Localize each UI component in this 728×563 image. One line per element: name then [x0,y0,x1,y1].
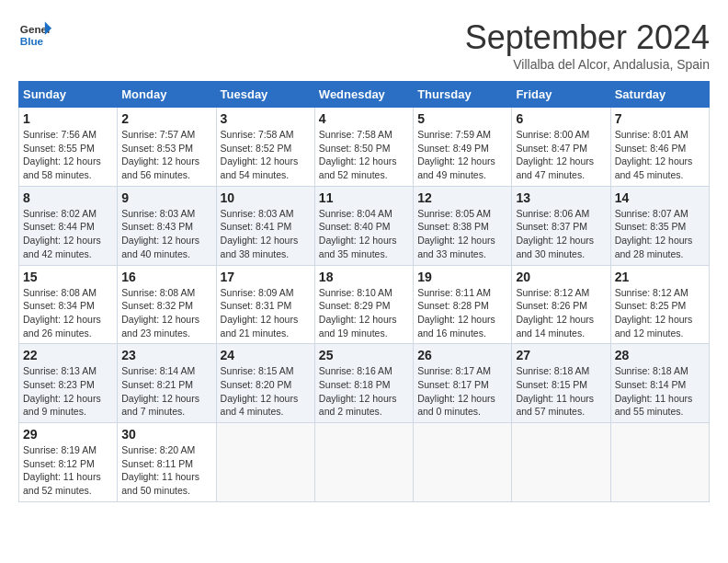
page-header: General Blue September 2024 Villalba del… [18,18,710,72]
calendar-cell: 16 Sunrise: 8:08 AMSunset: 8:32 PMDaylig… [118,265,216,344]
calendar-week-2: 8 Sunrise: 8:02 AMSunset: 8:44 PMDayligh… [19,186,710,265]
calendar-table: SundayMondayTuesdayWednesdayThursdayFrid… [18,81,710,502]
day-number: 27 [516,348,606,362]
weekday-header-thursday: Thursday [414,82,512,108]
logo: General Blue [18,18,51,52]
svg-text:Blue: Blue [20,35,44,47]
calendar-cell: 10 Sunrise: 8:03 AMSunset: 8:41 PMDaylig… [216,186,314,265]
day-number: 10 [221,190,311,205]
day-info: Sunrise: 8:18 AMSunset: 8:14 PMDaylight:… [615,365,693,417]
calendar-cell [216,423,314,502]
day-info: Sunrise: 8:14 AMSunset: 8:21 PMDaylight:… [121,365,199,417]
calendar-cell: 12 Sunrise: 8:05 AMSunset: 8:38 PMDaylig… [414,186,512,265]
calendar-cell: 19 Sunrise: 8:11 AMSunset: 8:28 PMDaylig… [414,265,512,344]
calendar-cell: 25 Sunrise: 8:16 AMSunset: 8:18 PMDaylig… [314,344,413,423]
calendar-cell: 13 Sunrise: 8:06 AMSunset: 8:37 PMDaylig… [512,186,610,265]
day-info: Sunrise: 8:10 AMSunset: 8:29 PMDaylight:… [319,287,397,339]
weekday-header-friday: Friday [512,82,610,108]
day-number: 13 [516,190,606,205]
calendar-cell: 24 Sunrise: 8:15 AMSunset: 8:20 PMDaylig… [216,344,314,423]
day-info: Sunrise: 8:01 AMSunset: 8:46 PMDaylight:… [615,129,693,180]
calendar-cell: 6 Sunrise: 8:00 AMSunset: 8:47 PMDayligh… [512,108,610,187]
day-info: Sunrise: 8:00 AMSunset: 8:47 PMDaylight:… [516,129,594,180]
day-number: 4 [319,111,409,126]
day-number: 22 [23,348,113,362]
calendar-week-5: 29 Sunrise: 8:19 AMSunset: 8:12 PMDaylig… [19,423,710,502]
day-info: Sunrise: 7:56 AMSunset: 8:55 PMDaylight:… [23,129,101,180]
day-number: 14 [615,190,705,205]
calendar-week-3: 15 Sunrise: 8:08 AMSunset: 8:34 PMDaylig… [19,265,710,344]
calendar-cell: 8 Sunrise: 8:02 AMSunset: 8:44 PMDayligh… [19,186,118,265]
calendar-cell: 2 Sunrise: 7:57 AMSunset: 8:53 PMDayligh… [118,108,216,187]
weekday-header-wednesday: Wednesday [314,82,413,108]
day-number: 29 [23,427,113,442]
day-info: Sunrise: 8:04 AMSunset: 8:40 PMDaylight:… [319,208,397,259]
day-info: Sunrise: 8:12 AMSunset: 8:26 PMDaylight:… [516,287,594,339]
location: Villalba del Alcor, Andalusia, Spain [465,57,710,72]
calendar-cell: 11 Sunrise: 8:04 AMSunset: 8:40 PMDaylig… [314,186,413,265]
day-number: 25 [319,348,409,362]
day-number: 21 [615,270,705,284]
calendar-cell: 26 Sunrise: 8:17 AMSunset: 8:17 PMDaylig… [414,344,512,423]
day-number: 9 [121,190,211,205]
day-info: Sunrise: 8:08 AMSunset: 8:34 PMDaylight:… [23,287,101,339]
day-info: Sunrise: 8:03 AMSunset: 8:41 PMDaylight:… [221,208,299,259]
calendar-cell [414,423,512,502]
day-number: 15 [23,270,113,284]
weekday-header-row: SundayMondayTuesdayWednesdayThursdayFrid… [19,82,710,108]
day-number: 11 [319,190,409,205]
day-info: Sunrise: 8:06 AMSunset: 8:37 PMDaylight:… [516,208,594,259]
calendar-cell: 9 Sunrise: 8:03 AMSunset: 8:43 PMDayligh… [118,186,216,265]
calendar-cell: 20 Sunrise: 8:12 AMSunset: 8:26 PMDaylig… [512,265,610,344]
calendar-cell: 21 Sunrise: 8:12 AMSunset: 8:25 PMDaylig… [610,265,709,344]
day-number: 28 [615,348,705,362]
calendar-cell: 29 Sunrise: 8:19 AMSunset: 8:12 PMDaylig… [19,423,118,502]
day-info: Sunrise: 8:18 AMSunset: 8:15 PMDaylight:… [516,365,594,417]
day-number: 19 [417,270,507,284]
calendar-header: SundayMondayTuesdayWednesdayThursdayFrid… [19,82,710,108]
calendar-cell: 7 Sunrise: 8:01 AMSunset: 8:46 PMDayligh… [610,108,709,187]
calendar-week-1: 1 Sunrise: 7:56 AMSunset: 8:55 PMDayligh… [19,108,710,187]
calendar-cell: 23 Sunrise: 8:14 AMSunset: 8:21 PMDaylig… [118,344,216,423]
calendar-cell: 3 Sunrise: 7:58 AMSunset: 8:52 PMDayligh… [216,108,314,187]
title-block: September 2024 Villalba del Alcor, Andal… [465,18,710,72]
day-number: 2 [121,111,211,126]
day-info: Sunrise: 8:07 AMSunset: 8:35 PMDaylight:… [615,208,693,259]
day-number: 8 [23,190,113,205]
calendar-cell: 1 Sunrise: 7:56 AMSunset: 8:55 PMDayligh… [19,108,118,187]
day-number: 6 [516,111,606,126]
calendar-cell: 22 Sunrise: 8:13 AMSunset: 8:23 PMDaylig… [19,344,118,423]
day-number: 3 [221,111,311,126]
calendar-cell: 30 Sunrise: 8:20 AMSunset: 8:11 PMDaylig… [118,423,216,502]
day-info: Sunrise: 7:58 AMSunset: 8:52 PMDaylight:… [221,129,299,180]
calendar-cell: 14 Sunrise: 8:07 AMSunset: 8:35 PMDaylig… [610,186,709,265]
day-number: 17 [221,270,311,284]
calendar-cell [512,423,610,502]
weekday-header-sunday: Sunday [19,82,118,108]
calendar-cell: 5 Sunrise: 7:59 AMSunset: 8:49 PMDayligh… [414,108,512,187]
day-number: 18 [319,270,409,284]
day-info: Sunrise: 8:11 AMSunset: 8:28 PMDaylight:… [417,287,495,339]
day-info: Sunrise: 8:12 AMSunset: 8:25 PMDaylight:… [615,287,693,339]
calendar-cell: 28 Sunrise: 8:18 AMSunset: 8:14 PMDaylig… [610,344,709,423]
calendar-cell: 27 Sunrise: 8:18 AMSunset: 8:15 PMDaylig… [512,344,610,423]
calendar-body: 1 Sunrise: 7:56 AMSunset: 8:55 PMDayligh… [19,108,710,502]
weekday-header-saturday: Saturday [610,82,709,108]
day-number: 1 [23,111,113,126]
calendar-cell: 15 Sunrise: 8:08 AMSunset: 8:34 PMDaylig… [19,265,118,344]
day-info: Sunrise: 8:09 AMSunset: 8:31 PMDaylight:… [221,287,299,339]
calendar-cell [314,423,413,502]
month-title: September 2024 [465,18,710,57]
day-info: Sunrise: 8:20 AMSunset: 8:11 PMDaylight:… [121,444,199,496]
day-info: Sunrise: 8:05 AMSunset: 8:38 PMDaylight:… [417,208,495,259]
day-number: 7 [615,111,705,126]
day-info: Sunrise: 8:02 AMSunset: 8:44 PMDaylight:… [23,208,101,259]
day-number: 23 [121,348,211,362]
calendar-cell [610,423,709,502]
day-number: 30 [121,427,211,442]
day-info: Sunrise: 8:03 AMSunset: 8:43 PMDaylight:… [121,208,199,259]
day-info: Sunrise: 8:17 AMSunset: 8:17 PMDaylight:… [417,365,495,417]
calendar-week-4: 22 Sunrise: 8:13 AMSunset: 8:23 PMDaylig… [19,344,710,423]
calendar-cell: 18 Sunrise: 8:10 AMSunset: 8:29 PMDaylig… [314,265,413,344]
calendar-cell: 4 Sunrise: 7:58 AMSunset: 8:50 PMDayligh… [314,108,413,187]
